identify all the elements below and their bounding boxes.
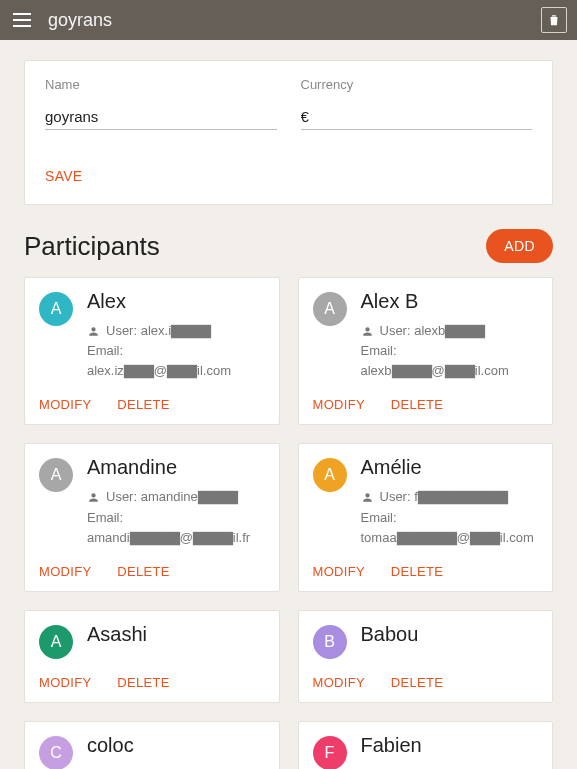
- participant-card: FFabienMODIFYDELETE: [298, 721, 554, 769]
- modify-button[interactable]: MODIFY: [313, 560, 365, 583]
- participant-card: AAlex BUser: alexb▇▇▇▇Email:alexb▇▇▇▇@▇▇…: [298, 277, 554, 425]
- avatar: A: [39, 458, 73, 492]
- avatar: A: [39, 292, 73, 326]
- project-settings-card: Name Currency SAVE: [24, 60, 553, 205]
- participant-card: AAlexUser: alex.i▇▇▇▇Email:alex.iz▇▇▇@▇▇…: [24, 277, 280, 425]
- participant-name: Amélie: [361, 456, 539, 479]
- participant-card: AAmandineUser: amandine▇▇▇▇Email:amandi▇…: [24, 443, 280, 591]
- delete-button[interactable]: DELETE: [391, 671, 443, 694]
- currency-label: Currency: [301, 77, 533, 92]
- modify-button[interactable]: MODIFY: [39, 393, 91, 416]
- user-icon: [361, 325, 374, 338]
- menu-icon[interactable]: [10, 8, 34, 32]
- add-participant-button[interactable]: ADD: [486, 229, 553, 263]
- email-label: Email:alex.iz▇▇▇@▇▇▇il.com: [87, 341, 265, 381]
- delete-button[interactable]: DELETE: [391, 560, 443, 583]
- user-label: User: alex.i▇▇▇▇: [106, 321, 211, 341]
- trash-icon: [547, 12, 561, 28]
- participant-name: Babou: [361, 623, 539, 646]
- delete-button[interactable]: DELETE: [117, 393, 169, 416]
- participant-card: BBabouMODIFYDELETE: [298, 610, 554, 703]
- participant-name: coloc: [87, 734, 265, 757]
- user-label: User: f▇▇▇▇▇▇▇▇▇: [380, 487, 508, 507]
- participant-name: Fabien: [361, 734, 539, 757]
- avatar: A: [39, 625, 73, 659]
- modify-button[interactable]: MODIFY: [313, 671, 365, 694]
- user-icon: [87, 491, 100, 504]
- user-label: User: alexb▇▇▇▇: [380, 321, 486, 341]
- delete-project-button[interactable]: [541, 7, 567, 33]
- user-icon: [87, 325, 100, 338]
- participant-card: AAsashiMODIFYDELETE: [24, 610, 280, 703]
- participant-card: AAmélieUser: f▇▇▇▇▇▇▇▇▇Email:tomaa▇▇▇▇▇▇…: [298, 443, 554, 591]
- participant-card: CcolocMODIFYDELETE: [24, 721, 280, 769]
- delete-button[interactable]: DELETE: [117, 671, 169, 694]
- save-button[interactable]: SAVE: [45, 164, 83, 188]
- name-label: Name: [45, 77, 277, 92]
- name-input[interactable]: [45, 106, 277, 130]
- modify-button[interactable]: MODIFY: [313, 393, 365, 416]
- avatar: A: [313, 458, 347, 492]
- participant-name: Asashi: [87, 623, 265, 646]
- user-label: User: amandine▇▇▇▇: [106, 487, 238, 507]
- avatar: C: [39, 736, 73, 769]
- participant-name: Alex: [87, 290, 265, 313]
- participants-heading: Participants: [24, 231, 160, 262]
- app-title: goyrans: [48, 10, 527, 31]
- email-label: Email:amandi▇▇▇▇▇@▇▇▇▇il.fr: [87, 508, 265, 548]
- participant-name: Amandine: [87, 456, 265, 479]
- email-label: Email:tomaa▇▇▇▇▇▇@▇▇▇il.com: [361, 508, 539, 548]
- email-label: Email:alexb▇▇▇▇@▇▇▇il.com: [361, 341, 539, 381]
- delete-button[interactable]: DELETE: [391, 393, 443, 416]
- avatar: A: [313, 292, 347, 326]
- avatar: F: [313, 736, 347, 769]
- participant-name: Alex B: [361, 290, 539, 313]
- modify-button[interactable]: MODIFY: [39, 671, 91, 694]
- participants-grid: AAlexUser: alex.i▇▇▇▇Email:alex.iz▇▇▇@▇▇…: [24, 277, 553, 769]
- user-icon: [361, 491, 374, 504]
- currency-input[interactable]: [301, 106, 533, 130]
- avatar: B: [313, 625, 347, 659]
- delete-button[interactable]: DELETE: [117, 560, 169, 583]
- modify-button[interactable]: MODIFY: [39, 560, 91, 583]
